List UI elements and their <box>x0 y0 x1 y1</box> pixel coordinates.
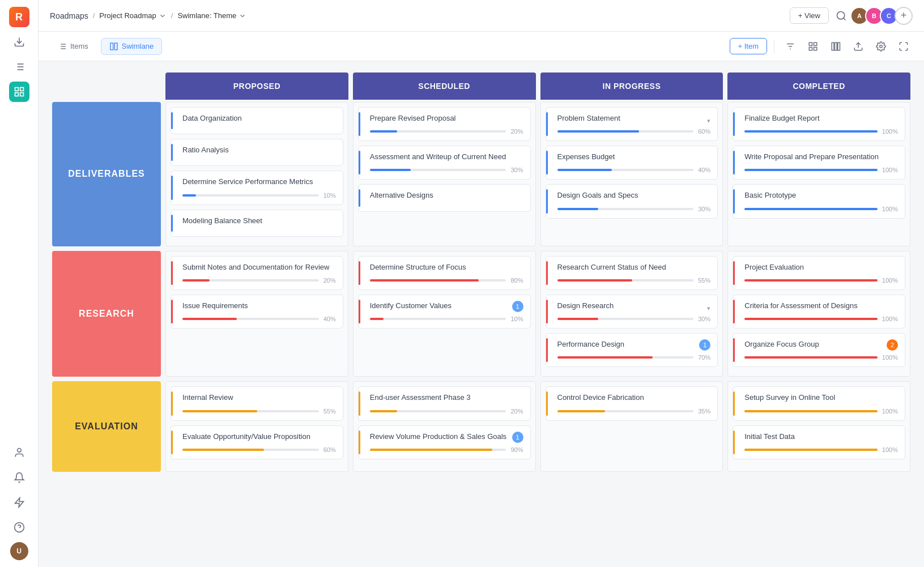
card-expenses-budget[interactable]: Expenses Budget 40% <box>546 146 718 180</box>
card-assessment-writeup[interactable]: Assessment and Writeup of Current Need 3… <box>358 146 531 180</box>
card-submit-notes[interactable]: Submit Notes and Documentation for Revie… <box>171 256 343 290</box>
board: PROPOSED SCHEDULED IN PROGRESS COMPLETED… <box>39 61 924 567</box>
sidebar-icon-list[interactable] <box>9 57 29 77</box>
card-badge: 2 <box>887 339 898 351</box>
card-accent <box>733 300 735 323</box>
progress-container <box>744 318 878 320</box>
progress-bar <box>370 130 397 133</box>
breadcrumb-project-roadmap[interactable]: Project Roadmap <box>99 11 166 20</box>
card-footer: 35% <box>557 408 711 415</box>
progress-bar <box>370 279 479 282</box>
tab-swimlane[interactable]: Swimlane <box>101 38 162 55</box>
progress-label: 10% <box>323 192 336 199</box>
sidebar-icon-bell[interactable] <box>9 467 29 488</box>
progress-label: 100% <box>882 277 898 284</box>
card-design-goals[interactable]: Design Goals and Specs 30% <box>546 184 718 218</box>
filter-icon[interactable] <box>781 37 799 56</box>
card-footer: 20% <box>182 277 336 284</box>
row-label-evaluation: EVALUATION <box>52 381 161 472</box>
cell-research-scheduled: Determine Structure of Focus 80% Identif… <box>353 251 536 377</box>
app-logo[interactable]: R <box>9 7 29 27</box>
card-determine-service[interactable]: Determine Service Performance Metrics 10… <box>171 170 343 204</box>
search-icon[interactable] <box>836 10 847 22</box>
progress-container <box>370 130 506 133</box>
progress-container <box>370 169 506 171</box>
card-finalize-budget[interactable]: Finalize Budget Report 100% <box>733 107 905 141</box>
card-problem-statement[interactable]: Problem Statement ▾ 60% <box>546 107 718 141</box>
card-modeling-balance[interactable]: Modeling Balance Sheet <box>171 210 343 237</box>
card-organize-focus-group[interactable]: Organize Focus Group 2 100% <box>733 333 905 367</box>
card-title: Write Proposal and Prepare Presentation <box>744 152 898 162</box>
fullscreen-icon[interactable] <box>895 37 913 56</box>
progress-bar <box>370 318 384 320</box>
progress-container <box>182 318 319 320</box>
columns-icon[interactable] <box>827 37 845 56</box>
card-enduser-assessment[interactable]: End-user Assessment Phase 3 20% <box>358 386 531 420</box>
sidebar-icon-lightning[interactable] <box>9 492 29 513</box>
card-title: Assessment and Writeup of Current Need <box>370 152 523 162</box>
tab-items[interactable]: Items <box>50 39 96 54</box>
card-title: Modeling Balance Sheet <box>178 216 336 226</box>
sidebar-icon-roadmap[interactable] <box>9 82 29 102</box>
card-internal-review[interactable]: Internal Review 55% <box>171 386 343 420</box>
sidebar-icon-help[interactable] <box>9 517 29 538</box>
cell-evaluation-inprogress: Control Device Fabrication 35% <box>540 381 723 472</box>
card-footer: 100% <box>744 206 898 212</box>
dropdown-arrow[interactable]: ▾ <box>707 117 710 125</box>
card-title: Identify Customer Values <box>370 301 452 311</box>
card-identify-customer[interactable]: Identify Customer Values 1 10% <box>358 295 531 329</box>
sidebar-icon-person[interactable] <box>9 442 29 463</box>
dropdown-arrow[interactable]: ▾ <box>707 305 710 312</box>
card-design-research[interactable]: Design Research ▾ 30% <box>546 295 718 329</box>
progress-bar <box>744 449 878 451</box>
card-project-evaluation[interactable]: Project Evaluation 100% <box>733 256 905 290</box>
breadcrumb-roadmaps[interactable]: Roadmaps <box>50 11 88 20</box>
card-review-volume[interactable]: Review Volume Production & Sales Goals 1… <box>358 425 531 459</box>
card-title: Alternative Designs <box>365 190 523 201</box>
card-accent <box>359 151 360 174</box>
card-title: Issue Requirements <box>182 301 336 311</box>
card-alternative-designs[interactable]: Alternative Designs <box>358 184 531 211</box>
progress-container <box>370 410 506 412</box>
card-ratio-analysis[interactable]: Ratio Analysis <box>171 139 343 166</box>
cell-deliverables-inprogress: Problem Statement ▾ 60% Expense <box>540 102 723 246</box>
progress-label: 100% <box>882 408 898 415</box>
progress-bar <box>557 279 632 282</box>
card-initial-test-data[interactable]: Initial Test Data 100% <box>733 425 905 459</box>
sidebar-icon-download[interactable] <box>9 32 29 52</box>
add-item-button[interactable]: + Item <box>730 38 768 54</box>
card-evaluate-opportunity[interactable]: Evaluate Opportunity/Value Proposition 6… <box>171 425 343 459</box>
avatar-add-button[interactable]: + <box>895 7 913 25</box>
card-performance-design[interactable]: Performance Design 1 70% <box>546 333 718 367</box>
progress-label: 20% <box>323 277 336 284</box>
card-accent <box>546 300 548 323</box>
card-title: Internal Review <box>182 393 336 403</box>
card-data-organization[interactable]: Data Organization <box>171 107 343 134</box>
grid-icon[interactable] <box>804 37 822 56</box>
sidebar: R U <box>0 0 39 567</box>
settings-icon[interactable] <box>872 37 890 56</box>
add-view-button[interactable]: + View <box>790 7 829 24</box>
chevron-down-icon-2 <box>239 12 246 20</box>
progress-label: 55% <box>323 408 336 415</box>
breadcrumb-sep-1: / <box>93 11 95 20</box>
progress-bar <box>182 194 196 197</box>
card-write-proposal[interactable]: Write Proposal and Prepare Presentation … <box>733 146 905 180</box>
card-prepare-revised[interactable]: Prepare Revised Proposal 20% <box>358 107 531 141</box>
user-avatar[interactable]: U <box>10 542 28 560</box>
card-research-current[interactable]: Research Current Status of Need 55% <box>546 256 718 290</box>
card-setup-survey[interactable]: Setup Survey in Online Tool 100% <box>733 386 905 420</box>
breadcrumb-swimlane[interactable]: Swimlane: Theme <box>177 11 246 20</box>
toolbar-divider <box>774 40 774 53</box>
card-issue-requirements[interactable]: Issue Requirements 40% <box>171 295 343 329</box>
progress-container <box>744 449 878 451</box>
export-icon[interactable] <box>849 37 867 56</box>
progress-label: 30% <box>510 167 523 173</box>
card-criteria-assessment[interactable]: Criteria for Assessment of Designs 100% <box>733 295 905 329</box>
col-header-completed: COMPLETED <box>727 73 910 100</box>
card-determine-structure[interactable]: Determine Structure of Focus 80% <box>358 256 531 290</box>
card-footer: 60% <box>182 446 336 453</box>
card-basic-prototype[interactable]: Basic Prototype 100% <box>733 184 905 218</box>
card-control-device[interactable]: Control Device Fabrication 35% <box>546 386 718 420</box>
col-header-inprogress: IN PROGRESS <box>540 73 723 100</box>
